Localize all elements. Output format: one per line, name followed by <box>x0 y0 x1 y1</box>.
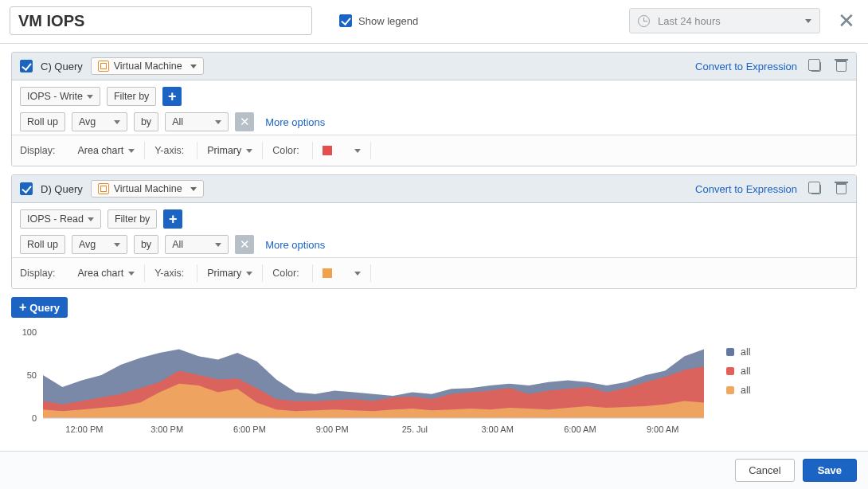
color-selector[interactable] <box>313 142 371 159</box>
group-selector[interactable]: All <box>165 112 229 131</box>
display-label: Display: <box>20 268 55 279</box>
filter-by-button[interactable]: Filter by <box>107 87 156 106</box>
entity-selector[interactable]: Virtual Machine <box>91 57 204 75</box>
delete-button[interactable] <box>834 59 848 73</box>
chart-type-selector[interactable]: Area chart <box>68 264 145 282</box>
svg-text:12:00 PM: 12:00 PM <box>65 424 103 434</box>
chevron-down-icon <box>246 149 252 153</box>
convert-to-expression-link[interactable]: Convert to Expression <box>695 61 797 72</box>
by-label: by <box>134 112 158 131</box>
query-enable-checkbox[interactable] <box>20 182 33 195</box>
entity-selector[interactable]: Virtual Machine <box>91 180 204 198</box>
color-label: Color: <box>272 268 299 279</box>
chevron-down-icon <box>215 243 221 247</box>
aggregation-selector[interactable]: Avg <box>72 235 127 254</box>
query-head: D) Query Virtual Machine Convert to Expr… <box>12 175 856 203</box>
area-chart: 05010012:00 PM3:00 PM6:00 PM9:00 PM25. J… <box>11 326 712 437</box>
virtual-machine-icon <box>98 61 109 72</box>
query-body: IOPS - Read Filter by + Roll up Avg by A… <box>12 203 856 257</box>
add-filter-button[interactable]: + <box>162 87 182 106</box>
editor-body: C) Query Virtual Machine Convert to Expr… <box>0 44 868 324</box>
filter-by-button[interactable]: Filter by <box>108 209 157 229</box>
group-selector[interactable]: All <box>165 235 229 254</box>
yaxis-selector[interactable]: Primary <box>197 264 263 282</box>
widget-title-input[interactable] <box>10 6 312 35</box>
more-options-link[interactable]: More options <box>265 116 325 128</box>
add-query-button[interactable]: + Query <box>11 297 68 318</box>
color-swatch <box>323 268 332 278</box>
chevron-down-icon <box>190 187 197 191</box>
yaxis-label: Y-axis: <box>154 145 184 156</box>
chart-area: 05010012:00 PM3:00 PM6:00 PM9:00 PM25. J… <box>0 324 868 440</box>
duplicate-button[interactable] <box>808 59 823 73</box>
show-legend-label: Show legend <box>358 15 418 27</box>
metric-selector[interactable]: IOPS - Read <box>20 209 101 229</box>
rollup-label[interactable]: Roll up <box>20 235 65 254</box>
trash-icon <box>836 183 846 194</box>
svg-text:25. Jul: 25. Jul <box>402 424 428 434</box>
chevron-down-icon <box>88 217 94 221</box>
display-row: Display: Area chart Y-axis: Primary Colo… <box>12 135 856 166</box>
svg-text:6:00 PM: 6:00 PM <box>233 424 266 434</box>
add-filter-button[interactable]: + <box>163 209 182 229</box>
close-icon[interactable]: ✕ <box>835 10 858 31</box>
legend-item[interactable]: all <box>726 346 751 358</box>
svg-text:100: 100 <box>22 327 37 337</box>
legend-item[interactable]: all <box>726 385 751 396</box>
query-title: D) Query <box>41 183 83 195</box>
cancel-button[interactable]: Cancel <box>735 459 794 482</box>
footer: Cancel Save <box>0 451 868 489</box>
aggregation-selector[interactable]: Avg <box>72 112 127 131</box>
svg-text:0: 0 <box>32 413 37 423</box>
yaxis-label: Y-axis: <box>154 268 184 279</box>
legend-swatch <box>726 386 734 394</box>
duplicate-icon <box>811 184 821 194</box>
query-enable-checkbox[interactable] <box>20 60 33 72</box>
by-label: by <box>134 235 158 254</box>
query-block-c: C) Query Virtual Machine Convert to Expr… <box>11 52 857 166</box>
chevron-down-icon <box>246 272 252 276</box>
display-row: Display: Area chart Y-axis: Primary Colo… <box>12 257 856 288</box>
legend-swatch <box>726 367 734 375</box>
svg-text:6:00 AM: 6:00 AM <box>564 424 596 434</box>
plus-icon: + <box>19 301 26 314</box>
trash-icon <box>836 61 846 72</box>
yaxis-selector[interactable]: Primary <box>197 142 263 159</box>
display-label: Display: <box>20 145 55 156</box>
rollup-label[interactable]: Roll up <box>20 112 65 131</box>
more-options-link[interactable]: More options <box>265 239 325 251</box>
chart-type-selector[interactable]: Area chart <box>68 142 145 159</box>
chevron-down-icon <box>114 120 120 124</box>
color-swatch <box>323 146 332 155</box>
metric-selector[interactable]: IOPS - Write <box>20 87 100 106</box>
time-range-picker[interactable]: Last 24 hours <box>629 8 820 33</box>
delete-button[interactable] <box>834 182 848 196</box>
query-head-actions: Convert to Expression <box>695 59 848 73</box>
show-legend-toggle[interactable]: Show legend <box>339 14 418 27</box>
clock-icon <box>638 15 650 27</box>
query-head: C) Query Virtual Machine Convert to Expr… <box>12 53 856 80</box>
clear-group-button[interactable]: ✕ <box>235 235 254 254</box>
time-range-label: Last 24 hours <box>658 15 721 27</box>
legend-swatch <box>726 348 734 356</box>
checkbox-checked-icon <box>339 14 352 27</box>
chevron-down-icon <box>190 65 197 68</box>
save-button[interactable]: Save <box>803 459 857 482</box>
clear-group-button[interactable]: ✕ <box>235 112 254 131</box>
svg-text:3:00 AM: 3:00 AM <box>481 424 513 434</box>
convert-to-expression-link[interactable]: Convert to Expression <box>695 183 797 195</box>
chevron-down-icon <box>354 272 361 276</box>
svg-text:50: 50 <box>27 370 37 380</box>
header-right: Last 24 hours ✕ <box>629 8 858 33</box>
duplicate-button[interactable] <box>808 182 823 196</box>
chevron-down-icon <box>215 120 221 124</box>
legend-item[interactable]: all <box>726 366 751 377</box>
chevron-down-icon <box>87 95 93 99</box>
color-label: Color: <box>272 145 299 156</box>
duplicate-icon <box>811 61 821 72</box>
color-selector[interactable] <box>313 264 371 282</box>
svg-text:9:00 AM: 9:00 AM <box>647 424 678 434</box>
query-block-d: D) Query Virtual Machine Convert to Expr… <box>11 174 857 289</box>
chevron-down-icon <box>128 272 135 276</box>
query-title: C) Query <box>41 61 83 72</box>
